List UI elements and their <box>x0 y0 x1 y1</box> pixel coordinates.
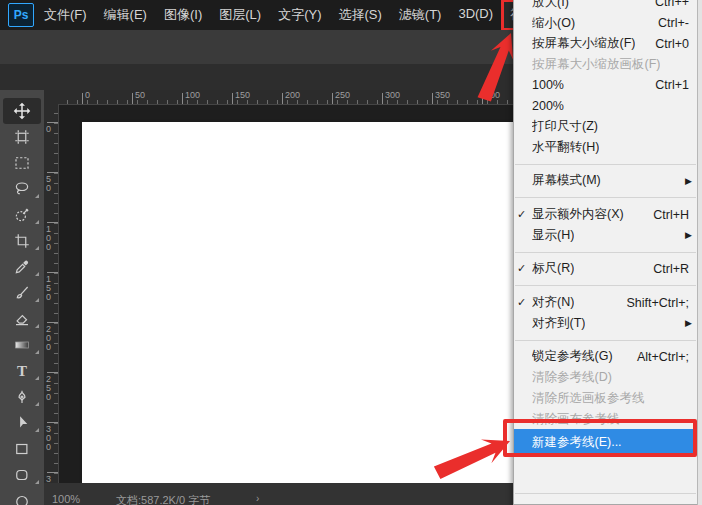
quick-select-tool-icon[interactable] <box>0 202 44 228</box>
menu-item-label: 屏幕模式(M) <box>532 172 601 189</box>
ellipse-tool-icon[interactable] <box>0 488 44 505</box>
h-ruler-tick <box>432 93 433 104</box>
h-ruler-label: 150 <box>235 90 250 100</box>
view-menu-item[interactable]: 打印尺寸(Z) <box>514 116 697 137</box>
red-highlight-box-new-guide <box>503 419 697 457</box>
ruler-origin-corner[interactable] <box>44 90 59 105</box>
menu-separator <box>515 493 696 494</box>
menubar-item-2[interactable]: 编辑(E) <box>97 1 154 29</box>
pen-tool-icon[interactable] <box>0 384 44 410</box>
rectangle-tool-icon[interactable] <box>0 436 44 462</box>
checkmark-icon: ✓ <box>517 208 526 221</box>
v-ruler-label: 3 0 0 <box>46 425 51 452</box>
submenu-arrow-icon: ▶ <box>685 230 692 240</box>
menubar-item-8[interactable]: 3D(D) <box>451 1 500 29</box>
h-ruler-tick <box>282 93 283 104</box>
eraser-tool-icon[interactable] <box>0 306 44 332</box>
tools-panel: T <box>0 90 45 505</box>
v-ruler-tick <box>47 222 58 223</box>
view-menu-item[interactable]: 水平翻转(H) <box>514 137 697 158</box>
menu-item-label: 对齐(N) <box>532 294 574 311</box>
photoshop-window: Ps 文件(F)编辑(E)图像(I)图层(L)文字(Y)选择(S)滤镜(T)3D… <box>0 0 702 505</box>
view-menu-item[interactable]: 放大(I)Ctrl++ <box>514 0 697 13</box>
menu-separator <box>515 164 696 165</box>
document-canvas[interactable] <box>82 122 513 483</box>
v-ruler-tick <box>47 322 58 323</box>
zoom-level-field[interactable]: 100% <box>52 493 80 505</box>
menubar-item-6[interactable]: 选择(S) <box>331 1 388 29</box>
menu-item-shortcut: Alt+Ctrl+; <box>627 350 689 364</box>
view-menu-item: 按屏幕大小缩放画板(F) <box>514 54 697 75</box>
view-menu-item[interactable]: ✓标尺(R)Ctrl+R <box>514 259 697 280</box>
menu-item-shortcut: Ctrl+1 <box>645 78 689 92</box>
v-ruler-tick <box>47 422 58 423</box>
menu-item-label: 100% <box>532 78 564 92</box>
menu-separator <box>515 197 696 198</box>
marquee-tool-icon[interactable] <box>0 150 44 176</box>
menu-bar-items: 文件(F)编辑(E)图像(I)图层(L)文字(Y)选择(S)滤镜(T)3D(D)… <box>34 1 560 29</box>
v-ruler-tick <box>47 272 58 273</box>
view-menu-item[interactable]: 缩小(O)Ctrl+- <box>514 13 697 34</box>
menu-item-label: 锁定参考线(G) <box>532 348 613 365</box>
horizontal-ruler[interactable]: 050100150200250300350400 <box>58 90 513 105</box>
menubar-item-7[interactable]: 滤镜(T) <box>392 1 449 29</box>
v-ruler-tick <box>47 372 58 373</box>
view-menu-item[interactable]: 显示(H)▶ <box>514 225 697 246</box>
menu-item-label: 按屏幕大小缩放(F) <box>532 35 635 52</box>
menu-item-shortcut: Ctrl+0 <box>645 37 689 51</box>
photoshop-logo: Ps <box>8 3 34 27</box>
view-menu-item[interactable]: ✓对齐(N)Shift+Ctrl+; <box>514 292 697 313</box>
lasso-tool-icon[interactable] <box>0 176 44 202</box>
view-menu-item[interactable]: ✓显示额外内容(X)Ctrl+H <box>514 204 697 225</box>
menu-spacer <box>514 455 697 487</box>
type-tool-icon[interactable]: T <box>0 358 44 384</box>
view-menu-item[interactable]: 按屏幕大小缩放(F)Ctrl+0 <box>514 33 697 54</box>
h-ruler-tick <box>232 93 233 104</box>
gradient-tool-icon[interactable] <box>0 332 44 358</box>
menu-item-label: 水平翻转(H) <box>532 139 599 156</box>
menu-item-shortcut: Ctrl+- <box>648 16 689 30</box>
menu-item-label: 放大(I) <box>532 0 569 11</box>
menubar-item-5[interactable]: 文字(Y) <box>271 1 328 29</box>
vertical-ruler[interactable]: 05 01 0 01 5 02 0 02 5 03 0 03 5 0 <box>44 104 59 505</box>
path-select-tool-icon[interactable] <box>0 410 44 436</box>
h-ruler-label: 200 <box>285 90 300 100</box>
status-options-chevron-icon[interactable]: › <box>256 493 259 504</box>
eyedropper-tool-icon[interactable] <box>0 254 44 280</box>
artboard-tool-icon[interactable] <box>0 124 44 150</box>
brush-tool-icon[interactable] <box>0 280 44 306</box>
view-menu-item[interactable]: 200% <box>514 95 697 116</box>
h-ruler-label: 100 <box>185 90 200 100</box>
menu-item-shortcut: Shift+Ctrl+; <box>616 296 689 310</box>
menubar-item-4[interactable]: 图层(L) <box>212 1 268 29</box>
view-menu-item[interactable]: 100%Ctrl+1 <box>514 75 697 96</box>
menu-item-label: 清除所选画板参考线 <box>532 390 645 407</box>
submenu-arrow-icon: ▶ <box>685 318 692 328</box>
menu-separator <box>515 252 696 253</box>
menu-item-label: 显示(H) <box>532 227 574 244</box>
menu-item-label: 对齐到(T) <box>532 315 585 332</box>
view-menu-item[interactable]: 对齐到(T)▶ <box>514 313 697 334</box>
menu-separator <box>515 285 696 286</box>
h-ruler-label: 400 <box>485 90 500 100</box>
menu-item-label: 打印尺寸(Z) <box>532 118 598 135</box>
crop-tool-icon[interactable] <box>0 228 44 254</box>
view-menu-item: 清除所选画板参考线 <box>514 388 697 409</box>
submenu-arrow-icon: ▶ <box>685 176 692 186</box>
menubar-item-3[interactable]: 图像(I) <box>157 1 209 29</box>
checkmark-icon: ✓ <box>517 262 526 275</box>
h-ruler-label: 50 <box>135 90 145 100</box>
h-ruler-tick <box>482 93 483 104</box>
menubar-item-1[interactable]: 文件(F) <box>37 1 94 29</box>
h-ruler-label: 300 <box>385 90 400 100</box>
menu-item-label: 显示额外内容(X) <box>532 206 624 223</box>
view-menu-item: 清除参考线(D) <box>514 367 697 388</box>
view-menu-item[interactable]: 屏幕模式(M)▶ <box>514 171 697 192</box>
status-bar: 100% 文档:587.2K/0 字节 › <box>44 483 513 505</box>
menu-item-shortcut: Ctrl++ <box>645 0 689 9</box>
move-tool-icon[interactable] <box>3 98 41 124</box>
panel-edge-strip <box>697 0 702 505</box>
v-ruler-tick <box>47 172 58 173</box>
view-menu-item[interactable]: 锁定参考线(G)Alt+Ctrl+; <box>514 347 697 368</box>
rounded-rect-tool-icon[interactable] <box>0 462 44 488</box>
